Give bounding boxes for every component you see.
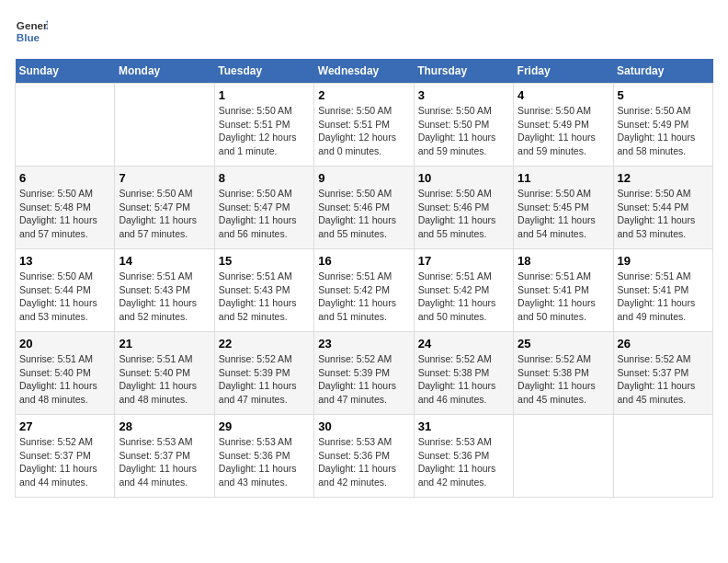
calendar-day-header: Sunday bbox=[16, 59, 115, 84]
sunrise: Sunrise: 5:53 AM bbox=[119, 436, 192, 447]
calendar-cell: 25 Sunrise: 5:52 AM Sunset: 5:38 PM Dayl… bbox=[514, 332, 613, 415]
sunset: Sunset: 5:46 PM bbox=[318, 201, 390, 213]
day-number: 20 bbox=[19, 337, 110, 350]
calendar-cell: 11 Sunrise: 5:50 AM Sunset: 5:45 PM Dayl… bbox=[514, 167, 613, 249]
day-number: 29 bbox=[219, 419, 310, 433]
daylight: Daylight: 11 hours and 45 minutes. bbox=[618, 380, 696, 405]
day-number: 7 bbox=[119, 171, 210, 185]
calendar-cell: 18 Sunrise: 5:51 AM Sunset: 5:41 PM Dayl… bbox=[514, 249, 613, 332]
daylight: Daylight: 12 hours and 0 minutes. bbox=[318, 132, 396, 156]
day-info: Sunrise: 5:52 AM Sunset: 5:38 PM Dayligh… bbox=[418, 352, 509, 407]
day-info: Sunrise: 5:50 AM Sunset: 5:44 PM Dayligh… bbox=[618, 187, 709, 241]
sunrise: Sunrise: 5:51 AM bbox=[418, 270, 492, 282]
day-info: Sunrise: 5:52 AM Sunset: 5:37 PM Dayligh… bbox=[618, 352, 709, 407]
day-info: Sunrise: 5:52 AM Sunset: 5:38 PM Dayligh… bbox=[518, 352, 609, 407]
sunrise: Sunrise: 5:52 AM bbox=[518, 353, 591, 364]
day-info: Sunrise: 5:50 AM Sunset: 5:50 PM Dayligh… bbox=[418, 104, 509, 158]
calendar-week-row: 27 Sunrise: 5:52 AM Sunset: 5:37 PM Dayl… bbox=[16, 415, 713, 498]
calendar-cell: 30 Sunrise: 5:53 AM Sunset: 5:36 PM Dayl… bbox=[314, 415, 414, 498]
sunrise: Sunrise: 5:51 AM bbox=[618, 270, 691, 282]
sunset: Sunset: 5:45 PM bbox=[518, 201, 589, 213]
daylight: Daylight: 11 hours and 49 minutes. bbox=[618, 297, 696, 322]
calendar-cell: 13 Sunrise: 5:50 AM Sunset: 5:44 PM Dayl… bbox=[16, 249, 115, 332]
calendar-cell: 20 Sunrise: 5:51 AM Sunset: 5:40 PM Dayl… bbox=[16, 332, 115, 415]
daylight: Daylight: 12 hours and 1 minute. bbox=[219, 132, 297, 156]
daylight: Daylight: 11 hours and 47 minutes. bbox=[219, 380, 297, 405]
sunset: Sunset: 5:46 PM bbox=[418, 201, 490, 213]
daylight: Daylight: 11 hours and 52 minutes. bbox=[219, 297, 297, 322]
sunset: Sunset: 5:48 PM bbox=[19, 201, 91, 213]
daylight: Daylight: 11 hours and 57 minutes. bbox=[19, 214, 97, 239]
day-number: 12 bbox=[618, 171, 709, 185]
sunset: Sunset: 5:41 PM bbox=[518, 284, 589, 295]
day-number: 15 bbox=[219, 254, 310, 268]
sunrise: Sunrise: 5:50 AM bbox=[418, 188, 492, 199]
day-info: Sunrise: 5:51 AM Sunset: 5:41 PM Dayligh… bbox=[518, 270, 609, 324]
sunrise: Sunrise: 5:51 AM bbox=[119, 353, 192, 364]
sunset: Sunset: 5:44 PM bbox=[19, 284, 91, 295]
daylight: Daylight: 11 hours and 50 minutes. bbox=[518, 297, 596, 322]
calendar-day-header: Wednesday bbox=[314, 59, 414, 84]
sunset: Sunset: 5:43 PM bbox=[119, 284, 190, 295]
daylight: Daylight: 11 hours and 44 minutes. bbox=[119, 463, 197, 488]
day-number: 8 bbox=[219, 171, 310, 185]
calendar-day-header: Thursday bbox=[414, 59, 513, 84]
calendar-cell bbox=[613, 415, 712, 498]
calendar-cell: 3 Sunrise: 5:50 AM Sunset: 5:50 PM Dayli… bbox=[414, 84, 513, 167]
day-number: 3 bbox=[418, 88, 509, 102]
sunset: Sunset: 5:37 PM bbox=[19, 450, 91, 461]
sunset: Sunset: 5:47 PM bbox=[119, 201, 190, 213]
sunrise: Sunrise: 5:51 AM bbox=[119, 270, 192, 282]
day-info: Sunrise: 5:50 AM Sunset: 5:47 PM Dayligh… bbox=[119, 187, 210, 241]
calendar-body: 1 Sunrise: 5:50 AM Sunset: 5:51 PM Dayli… bbox=[16, 84, 713, 498]
day-number: 19 bbox=[618, 254, 709, 268]
svg-text:General: General bbox=[17, 19, 48, 31]
day-number: 1 bbox=[219, 88, 310, 102]
day-number: 11 bbox=[518, 171, 609, 185]
daylight: Daylight: 11 hours and 43 minutes. bbox=[219, 463, 297, 488]
calendar-cell: 21 Sunrise: 5:51 AM Sunset: 5:40 PM Dayl… bbox=[115, 332, 214, 415]
day-number: 4 bbox=[518, 88, 609, 102]
sunset: Sunset: 5:51 PM bbox=[219, 119, 290, 130]
sunrise: Sunrise: 5:50 AM bbox=[418, 105, 492, 116]
day-info: Sunrise: 5:53 AM Sunset: 5:37 PM Dayligh… bbox=[119, 435, 210, 489]
day-number: 18 bbox=[518, 254, 609, 268]
sunrise: Sunrise: 5:50 AM bbox=[618, 188, 691, 199]
calendar-day-header: Friday bbox=[514, 59, 613, 84]
day-number: 26 bbox=[618, 337, 709, 350]
day-number: 14 bbox=[119, 254, 210, 268]
day-info: Sunrise: 5:53 AM Sunset: 5:36 PM Dayligh… bbox=[418, 435, 509, 489]
sunset: Sunset: 5:40 PM bbox=[19, 367, 91, 378]
daylight: Daylight: 11 hours and 48 minutes. bbox=[19, 380, 97, 405]
sunrise: Sunrise: 5:50 AM bbox=[618, 105, 691, 116]
day-number: 6 bbox=[19, 171, 110, 185]
day-info: Sunrise: 5:50 AM Sunset: 5:48 PM Dayligh… bbox=[19, 187, 110, 241]
day-info: Sunrise: 5:50 AM Sunset: 5:49 PM Dayligh… bbox=[518, 104, 609, 158]
calendar-header-row: SundayMondayTuesdayWednesdayThursdayFrid… bbox=[16, 59, 713, 84]
daylight: Daylight: 11 hours and 50 minutes. bbox=[418, 297, 496, 322]
daylight: Daylight: 11 hours and 48 minutes. bbox=[119, 380, 197, 405]
daylight: Daylight: 11 hours and 47 minutes. bbox=[318, 380, 396, 405]
day-info: Sunrise: 5:50 AM Sunset: 5:47 PM Dayligh… bbox=[219, 187, 310, 241]
sunset: Sunset: 5:51 PM bbox=[318, 119, 390, 130]
day-number: 23 bbox=[318, 337, 409, 350]
day-info: Sunrise: 5:52 AM Sunset: 5:37 PM Dayligh… bbox=[19, 435, 110, 489]
calendar-cell: 9 Sunrise: 5:50 AM Sunset: 5:46 PM Dayli… bbox=[314, 167, 414, 249]
day-number: 13 bbox=[19, 254, 110, 268]
sunrise: Sunrise: 5:53 AM bbox=[219, 436, 292, 447]
day-number: 25 bbox=[518, 337, 609, 350]
calendar-day-header: Tuesday bbox=[214, 59, 313, 84]
sunrise: Sunrise: 5:52 AM bbox=[19, 436, 93, 447]
sunset: Sunset: 5:44 PM bbox=[618, 201, 689, 213]
sunset: Sunset: 5:37 PM bbox=[618, 367, 689, 378]
daylight: Daylight: 11 hours and 56 minutes. bbox=[219, 214, 297, 239]
day-number: 30 bbox=[318, 419, 409, 433]
calendar-cell: 22 Sunrise: 5:52 AM Sunset: 5:39 PM Dayl… bbox=[214, 332, 313, 415]
sunrise: Sunrise: 5:50 AM bbox=[318, 105, 392, 116]
sunset: Sunset: 5:38 PM bbox=[418, 367, 490, 378]
calendar-cell: 14 Sunrise: 5:51 AM Sunset: 5:43 PM Dayl… bbox=[115, 249, 214, 332]
sunrise: Sunrise: 5:51 AM bbox=[19, 353, 93, 364]
sunset: Sunset: 5:36 PM bbox=[219, 450, 290, 461]
calendar-week-row: 20 Sunrise: 5:51 AM Sunset: 5:40 PM Dayl… bbox=[16, 332, 713, 415]
calendar-cell: 12 Sunrise: 5:50 AM Sunset: 5:44 PM Dayl… bbox=[613, 167, 712, 249]
